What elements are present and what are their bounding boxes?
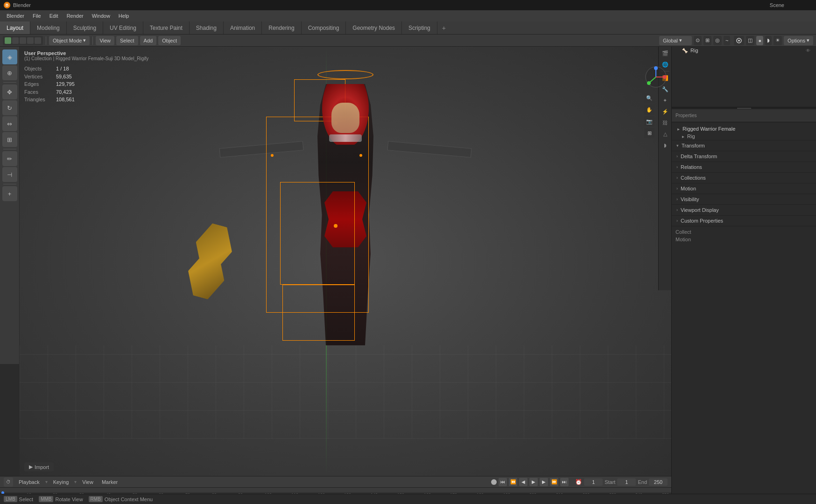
zoom-in-btn[interactable]: 🔍 xyxy=(644,93,654,103)
proportional-btn[interactable]: ◎ xyxy=(713,36,722,45)
menu-render[interactable]: Render xyxy=(63,12,87,20)
add-menu-btn[interactable]: Add xyxy=(140,36,157,45)
view-menu-btn[interactable]: View xyxy=(96,36,114,45)
viewport-shading-solid[interactable]: ● xyxy=(756,36,763,45)
tab-rendering[interactable]: Rendering xyxy=(262,21,301,34)
app-icon: B xyxy=(4,2,10,8)
playback-menu[interactable]: Playback xyxy=(16,478,42,486)
step-back-btn[interactable]: ◀ xyxy=(519,478,528,486)
props-scene-btn[interactable]: 🎬 xyxy=(660,48,670,58)
keying-menu[interactable]: Keying xyxy=(50,478,72,486)
camera-view-btn[interactable]: 📷 xyxy=(644,116,654,126)
svg-point-8 xyxy=(647,81,651,85)
tab-modeling[interactable]: Modeling xyxy=(30,21,67,34)
import-btn[interactable]: ▶ Import xyxy=(24,462,54,471)
menu-file[interactable]: File xyxy=(29,12,45,20)
custom-props-header[interactable]: › Custom Properties xyxy=(672,216,816,226)
grease-btn[interactable]: ~ xyxy=(724,36,730,45)
visibility-header[interactable]: › Visibility xyxy=(672,194,816,204)
motion-label: Motion xyxy=(675,236,812,243)
transform-dropdown[interactable]: Global ▾ xyxy=(659,36,692,45)
snap-btn[interactable]: ⊞ xyxy=(703,36,711,45)
jump-prev-key-btn[interactable]: ⏪ xyxy=(509,478,517,486)
tool-measure[interactable]: ⊣ xyxy=(2,167,17,182)
tab-add[interactable]: + xyxy=(437,21,450,34)
prop-section-custom: › Custom Properties xyxy=(672,216,816,226)
tool-move[interactable]: ✥ xyxy=(2,84,17,99)
view-mode-icons[interactable] xyxy=(3,36,43,45)
grid-view-btn[interactable]: ⊞ xyxy=(644,128,654,138)
scene-label: Scene xyxy=(770,2,784,8)
play-btn[interactable]: ▶ xyxy=(529,478,538,486)
select-menu-btn[interactable]: Select xyxy=(116,36,138,45)
playback-controls: ⏮ ⏪ ◀ ▶ ▶ ⏩ ⏭ xyxy=(491,478,569,486)
collections-header[interactable]: › Collections xyxy=(672,173,816,183)
transform-header[interactable]: ▾ Transform xyxy=(672,140,816,151)
start-frame-input[interactable] xyxy=(617,478,636,486)
tab-animation[interactable]: Animation xyxy=(224,21,262,34)
props-material-btn[interactable]: ◗ xyxy=(660,140,670,150)
tool-rotate[interactable]: ↻ xyxy=(2,100,17,115)
stat-triangles: Triangles 108,561 xyxy=(24,96,148,104)
step-fwd-btn[interactable]: ▶ xyxy=(540,478,548,486)
timeline-view-menu[interactable]: View xyxy=(79,478,96,486)
delta-header[interactable]: › Delta Transform xyxy=(672,151,816,161)
object-mode-btn[interactable]: Object Mode ▾ xyxy=(49,36,90,45)
app-title: Blender xyxy=(13,2,31,8)
rigged-item-1[interactable]: ▸ Rigged Warrior Female xyxy=(672,125,816,133)
properties-icons-sidebar: 🎬 📤 ◧ 🎬 🌐 🟧 🔧 ✦ ⚡ ⛓ △ ◗ xyxy=(658,10,671,290)
main-viewport[interactable]: User Perspective (1) Collection | Rigged… xyxy=(20,47,671,476)
right-panel: Scene Scene Collection ⊕ 🔍 All ▾ 📁 Scene… xyxy=(671,10,816,504)
stat-objects: Objects 1 / 18 xyxy=(24,65,148,73)
tab-shading[interactable]: Shading xyxy=(190,21,224,34)
tab-layout[interactable]: Layout xyxy=(0,21,30,34)
motion-header[interactable]: › Motion xyxy=(672,183,816,194)
viewport-collection-info: (1) Collection | Rigged Warrior Female-S… xyxy=(24,56,148,61)
main-toolbar: Object Mode ▾ View Select Add Object Glo… xyxy=(0,35,816,47)
tab-scripting[interactable]: Scripting xyxy=(402,21,437,34)
marker-menu[interactable]: Marker xyxy=(99,478,120,486)
menu-blender[interactable]: Blender xyxy=(3,12,28,20)
overlay-btn[interactable] xyxy=(734,36,744,45)
menu-window[interactable]: Window xyxy=(88,12,114,20)
sep1 xyxy=(46,36,46,45)
end-frame-input[interactable] xyxy=(649,478,668,486)
toolbar-right: Global ▾ ⊙ ⊞ ◎ ~ ◫ ● ◗ ☀ Options ▾ xyxy=(659,36,813,45)
jump-next-key-btn[interactable]: ⏩ xyxy=(550,478,558,486)
rigged-item-2[interactable]: ▸ Rig xyxy=(672,133,816,140)
tool-annotate[interactable]: ✏ xyxy=(2,151,17,166)
menu-edit[interactable]: Edit xyxy=(46,12,62,20)
tab-texture-paint[interactable]: Texture Paint xyxy=(143,21,190,34)
timeline-icon[interactable]: ⏱ xyxy=(4,477,13,487)
viewport-display-header[interactable]: › Viewport Display xyxy=(672,205,816,215)
object-menu-btn[interactable]: Object xyxy=(158,36,181,45)
menu-help[interactable]: Help xyxy=(115,12,133,20)
outline-rig[interactable]: 🦴 Rig 👁 xyxy=(672,47,816,54)
tab-sculpting[interactable]: Sculpting xyxy=(67,21,103,34)
tool-scale[interactable]: ⇔ xyxy=(2,116,17,131)
tab-compositing[interactable]: Compositing xyxy=(302,21,346,34)
pivot-btn[interactable]: ⊙ xyxy=(694,36,702,45)
tab-geometry-nodes[interactable]: Geometry Nodes xyxy=(346,21,402,34)
jump-start-btn[interactable]: ⏮ xyxy=(499,478,507,486)
stat-objects-value: 1 / 18 xyxy=(56,65,69,73)
viewport-shading-wire[interactable]: ◫ xyxy=(746,36,754,45)
tab-uv-editing[interactable]: UV Editing xyxy=(103,21,143,34)
viewport-perspective: User Perspective xyxy=(24,50,148,56)
axes-widget[interactable] xyxy=(644,65,668,89)
stat-triangles-label: Triangles xyxy=(24,96,52,104)
options-btn[interactable]: Options ▾ xyxy=(784,36,813,45)
svg-point-1 xyxy=(738,40,740,42)
tool-add[interactable]: + xyxy=(2,186,17,201)
rmb-icon: RMB xyxy=(89,496,103,502)
hand-pan-btn[interactable]: ✋ xyxy=(644,105,654,115)
relations-header[interactable]: › Relations xyxy=(672,162,816,172)
viewport-shading-render[interactable]: ☀ xyxy=(774,36,782,45)
tool-select[interactable]: ◈ xyxy=(2,49,17,64)
viewport-shading-material[interactable]: ◗ xyxy=(765,36,772,45)
tool-cursor[interactable]: ⊕ xyxy=(2,65,17,80)
stat-faces-value: 70,423 xyxy=(56,88,72,96)
tool-transform[interactable]: ⊞ xyxy=(2,132,17,147)
current-frame-input[interactable] xyxy=(584,478,603,486)
jump-end-btn[interactable]: ⏭ xyxy=(560,478,569,486)
